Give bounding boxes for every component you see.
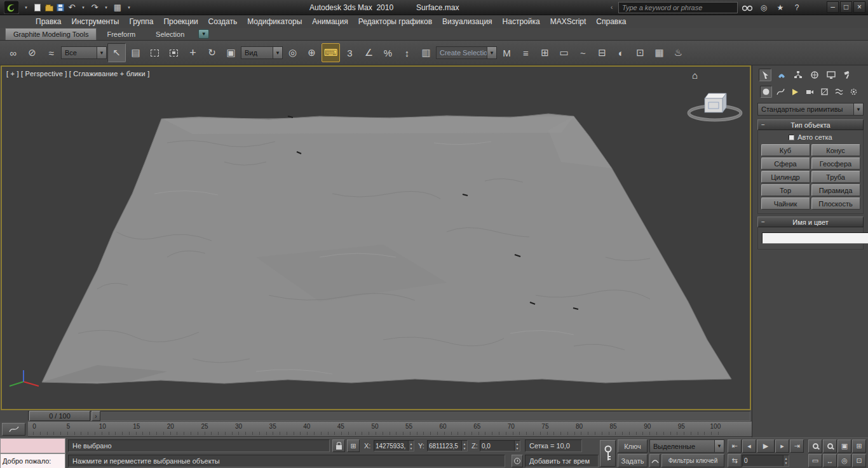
layer-manager-icon[interactable]: ⊞: [536, 43, 554, 62]
viewcube-home-icon[interactable]: ⌂: [692, 70, 698, 81]
redo-dropdown-arrow-icon[interactable]: ▾: [100, 1, 112, 14]
zoom-button[interactable]: [808, 439, 822, 453]
time-slider-track[interactable]: [28, 411, 750, 421]
modify-tab-icon[interactable]: [775, 69, 788, 81]
menu-item[interactable]: Справка: [591, 15, 631, 28]
time-step-forward-button[interactable]: ›: [92, 411, 100, 421]
search-binoculars-icon[interactable]: [741, 1, 754, 14]
help-icon[interactable]: ?: [790, 1, 803, 14]
tab-freeform[interactable]: Freeform: [97, 28, 146, 40]
primitive-button[interactable]: Сфера: [761, 157, 810, 170]
absolute-offset-mode-toggle[interactable]: ⊞: [347, 439, 360, 452]
bind-to-spacewarp-icon[interactable]: ≈: [42, 43, 60, 62]
max-logo-icon[interactable]: [3, 1, 20, 15]
menu-item[interactable]: Визуализация: [437, 15, 498, 28]
undo-button[interactable]: ↶: [66, 1, 78, 14]
space-warps-category-icon[interactable]: [833, 86, 845, 98]
name-color-rollout-header[interactable]: − Имя и цвет: [757, 217, 864, 227]
menu-item[interactable]: Настройка: [498, 15, 545, 28]
key-tangent-button[interactable]: [649, 454, 660, 467]
y-spinner[interactable]: ▲▼: [461, 441, 467, 451]
x-coordinate-input[interactable]: [374, 441, 408, 451]
helpers-category-icon[interactable]: [818, 86, 831, 98]
curve-editor-icon[interactable]: ~: [574, 43, 592, 62]
dropdown-arrow-icon[interactable]: ▼: [714, 440, 724, 452]
rendered-frame-window-icon[interactable]: ▦: [650, 43, 668, 62]
keyboard-shortcut-override-icon[interactable]: ⌨: [322, 43, 340, 62]
primitive-button[interactable]: Куб: [761, 144, 810, 156]
add-time-tag-field[interactable]: Добавить тэг врем: [525, 455, 599, 467]
use-pivot-center-icon[interactable]: ◎: [283, 43, 302, 62]
object-type-rollout-header[interactable]: − Тип объекта: [757, 119, 864, 130]
menu-item[interactable]: Модификаторы: [242, 15, 307, 28]
infocenter-collapse-icon[interactable]: ‹: [611, 4, 613, 11]
menu-item[interactable]: Правка: [31, 15, 67, 28]
rollout-collapse-icon[interactable]: −: [761, 121, 765, 128]
maximize-viewport-toggle-button[interactable]: ⊡: [852, 454, 866, 467]
geometry-category-icon[interactable]: [760, 86, 772, 98]
project-toolbar-arrow-icon[interactable]: ▾: [123, 1, 135, 14]
primitive-button[interactable]: Чайник: [761, 197, 810, 210]
utilities-tab-icon[interactable]: [841, 69, 854, 81]
redo-button[interactable]: ↷: [89, 1, 100, 14]
window-close-button[interactable]: ×: [853, 1, 865, 13]
material-editor-icon[interactable]: ◐: [612, 43, 630, 62]
z-coordinate-input[interactable]: [480, 441, 514, 451]
project-toolbar-button[interactable]: ▦: [112, 1, 123, 14]
reference-coordinate-dropdown[interactable]: Вид ▼: [241, 46, 283, 59]
favorites-star-icon[interactable]: ★: [774, 1, 787, 14]
set-keys-button[interactable]: [600, 440, 616, 467]
mirror-icon[interactable]: M: [498, 43, 516, 62]
create-tab-icon[interactable]: [759, 69, 771, 81]
orbit-view-button[interactable]: ◎: [837, 454, 851, 467]
pan-view-button[interactable]: ↔: [823, 454, 837, 467]
motion-tab-icon[interactable]: [808, 69, 821, 81]
go-to-end-button[interactable]: ⇥: [790, 439, 804, 453]
play-animation-button[interactable]: ▶: [757, 439, 775, 453]
angle-snap-icon[interactable]: ∠: [360, 43, 378, 62]
systems-category-icon[interactable]: [848, 86, 860, 98]
ribbon-minimize-button[interactable]: ▼: [198, 29, 209, 39]
select-and-scale-icon[interactable]: ▣: [222, 43, 240, 62]
tab-graphite-modeling-tools[interactable]: Graphite Modeling Tools: [5, 28, 97, 40]
next-frame-button[interactable]: ▸: [775, 439, 789, 453]
auto-grid-checkbox[interactable]: [789, 135, 794, 140]
dropdown-arrow-icon[interactable]: ▼: [853, 104, 863, 115]
select-by-name-icon[interactable]: ▤: [126, 43, 145, 62]
selected-keys-dropdown[interactable]: Выделенные ▼: [649, 439, 724, 453]
view-cube[interactable]: [689, 93, 741, 120]
render-setup-icon[interactable]: ⊡: [631, 43, 649, 62]
menu-item[interactable]: Инструменты: [67, 15, 125, 28]
primitive-button[interactable]: Труба: [811, 171, 860, 183]
primitive-button[interactable]: Геосфера: [811, 157, 860, 170]
open-file-button[interactable]: [43, 1, 55, 14]
edit-named-selection-sets-icon[interactable]: ▥: [417, 43, 435, 62]
search-input[interactable]: [619, 4, 737, 11]
menu-item[interactable]: Группа: [124, 15, 158, 28]
select-and-rotate-icon[interactable]: ↻: [203, 43, 221, 62]
go-to-start-button[interactable]: ⇤: [728, 439, 742, 453]
graphite-ribbon-toggle-icon[interactable]: ▭: [555, 43, 573, 62]
maxscript-mini-listener-output[interactable]: Добро пожало:: [0, 453, 65, 468]
window-crossing-toggle-icon[interactable]: [165, 43, 183, 62]
unlink-selection-icon[interactable]: ⊘: [23, 43, 41, 62]
current-frame-input[interactable]: [743, 455, 783, 466]
menu-item[interactable]: Анимация: [307, 15, 353, 28]
primitive-button[interactable]: Плоскость: [811, 197, 860, 210]
dropdown-arrow-icon[interactable]: ▼: [273, 47, 282, 58]
percent-snap-icon[interactable]: %: [379, 43, 397, 62]
mini-curve-editor-button[interactable]: [2, 423, 25, 436]
auto-key-button[interactable]: Ключ: [618, 439, 648, 453]
menu-item[interactable]: MAXScript: [545, 15, 592, 28]
zoom-extents-button[interactable]: ▣: [837, 439, 851, 453]
maxscript-mini-listener-macro[interactable]: [0, 438, 65, 453]
time-slider-handle[interactable]: 0 / 100: [29, 411, 90, 421]
spinner-snap-icon[interactable]: ↕: [398, 43, 416, 62]
render-production-icon[interactable]: ♨: [669, 43, 688, 62]
rectangular-selection-region-icon[interactable]: [146, 43, 164, 62]
select-and-link-icon[interactable]: ∞: [4, 43, 22, 62]
selection-lock-toggle[interactable]: [332, 439, 345, 452]
select-and-move-icon[interactable]: +: [184, 43, 202, 62]
dropdown-arrow-icon[interactable]: ▼: [487, 47, 496, 58]
window-minimize-button[interactable]: –: [827, 1, 839, 13]
